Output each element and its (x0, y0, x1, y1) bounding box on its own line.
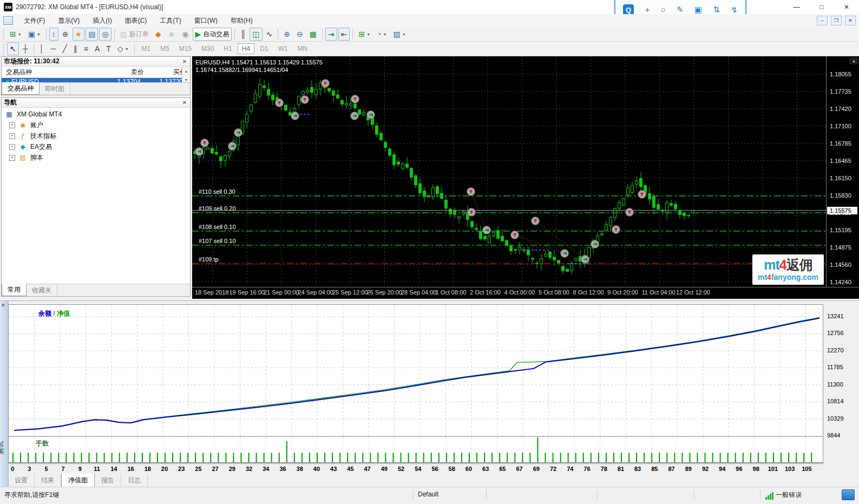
timeframe-mn[interactable]: MN (293, 43, 312, 54)
timeframe-h4[interactable]: H4 (238, 43, 254, 54)
tester-tab-报告[interactable]: 报告 (95, 474, 121, 487)
expand-icon[interactable]: + (9, 155, 15, 161)
cursor-button[interactable]: ↖ (7, 42, 19, 55)
terminal-toggle[interactable]: ▤ (86, 28, 98, 41)
zoom-in-button[interactable]: ⊕ (281, 28, 293, 41)
maximize-button[interactable]: □ (809, 0, 834, 14)
close-arrow-marker[interactable] (195, 148, 204, 156)
shapes-button[interactable]: ◇▼ (115, 42, 132, 55)
profiles-button[interactable]: ▣▼ (25, 28, 43, 41)
close-arrow-marker[interactable] (228, 142, 237, 150)
indicators-button[interactable]: ⊞▼ (356, 28, 373, 41)
status-profile[interactable]: Default (418, 490, 438, 498)
menu-h[interactable]: 帮助(H) (224, 15, 259, 26)
chevron-down-icon[interactable]: ▼ (37, 32, 41, 36)
new-chart-button[interactable]: ⊞▼ (7, 28, 24, 41)
timeframe-m30[interactable]: M30 (197, 43, 218, 54)
mdi-restore-button[interactable]: ❐ (831, 16, 842, 25)
timeframe-w1[interactable]: W1 (274, 43, 292, 54)
fibonacci-button[interactable]: ≡ (81, 42, 91, 55)
vline-button[interactable]: │ (37, 42, 47, 55)
timeframe-m1[interactable]: M1 (137, 43, 155, 54)
column-ask[interactable]: 买价 (144, 68, 186, 77)
bar-chart-button[interactable]: ║ (238, 28, 248, 41)
sell-arrow-marker[interactable] (638, 191, 646, 199)
navigator-item-EA交易[interactable]: +◆EA交易 (2, 141, 190, 152)
sell-arrow-marker[interactable] (626, 208, 634, 217)
menu-w[interactable]: 窗口(W) (188, 15, 224, 26)
menu-i[interactable]: 插入(I) (86, 15, 118, 26)
sell-arrow-marker[interactable] (467, 188, 475, 196)
chevron-down-icon[interactable]: ▼ (366, 32, 370, 36)
tester-tab-设置[interactable]: 设置 (8, 474, 35, 487)
text-button[interactable]: A (92, 42, 102, 55)
tester-tab-净值图[interactable]: 净值图 (61, 474, 95, 487)
navigator-tab[interactable]: 常用 (2, 284, 27, 296)
expand-icon[interactable]: + (9, 144, 15, 150)
sell-arrow-marker[interactable] (468, 208, 476, 217)
scroll-up-icon[interactable]: ▲ (182, 67, 190, 75)
chart-shift-toggle[interactable]: ⇤ (338, 28, 350, 41)
minimize-button[interactable]: — (784, 0, 809, 14)
market-watch-tab[interactable]: 即时图 (40, 83, 70, 95)
timeframe-m5[interactable]: M5 (156, 43, 174, 54)
chart-window[interactable]: #110 sell 0.30#109 sell 0.20#108 sell 0.… (192, 56, 859, 299)
expand-icon[interactable]: + (9, 133, 15, 139)
line-chart-button[interactable]: ∿ (264, 28, 276, 41)
close-arrow-marker[interactable] (367, 111, 375, 119)
frame-tool-icon[interactable]: + (645, 4, 650, 15)
trendline-button[interactable]: ╱ (60, 42, 69, 55)
metaeditor-button[interactable]: ◆ (153, 28, 164, 41)
autoscroll-toggle[interactable]: ⇥ (325, 28, 337, 41)
menu-t[interactable]: 工具(T) (153, 15, 187, 26)
menu-f[interactable]: 文件(F) (17, 15, 51, 26)
zoom-out-button[interactable]: ⊖ (294, 28, 306, 41)
column-bid[interactable]: 卖价 (93, 68, 144, 77)
menu-c[interactable]: 图表(C) (119, 15, 154, 26)
close-arrow-marker[interactable] (591, 240, 599, 248)
close-arrow-marker[interactable] (581, 256, 589, 264)
menu-v[interactable]: 显示(V) (51, 15, 86, 26)
close-button[interactable]: ✕ (834, 0, 859, 14)
close-icon[interactable]: ✕ (181, 58, 188, 64)
sell-arrow-marker[interactable] (301, 96, 309, 104)
navigator-item-脚本[interactable]: +▤脚本 (2, 152, 190, 163)
timeframe-h1[interactable]: H1 (220, 43, 237, 54)
navigator-item-账户[interactable]: +◉账户 (2, 120, 190, 130)
sell-arrow-marker[interactable] (612, 226, 620, 234)
sell-arrow-marker[interactable] (201, 139, 209, 147)
timeframe-m15[interactable]: M15 (175, 43, 196, 54)
close-arrow-marker[interactable] (234, 129, 242, 137)
hline-button[interactable]: ─ (48, 42, 58, 55)
label-button[interactable]: T (103, 42, 114, 55)
strategy-tester-toggle[interactable]: ◎ (99, 28, 111, 41)
equity-chart-area[interactable]: 余额 / 净值 (8, 304, 823, 437)
scroll-up-icon[interactable]: ▲ (849, 57, 858, 64)
close-arrow-marker[interactable] (483, 226, 491, 234)
tile-windows-button[interactable]: ▦ (307, 28, 319, 41)
navigator-tab[interactable]: 收藏夹 (27, 284, 57, 296)
candlestick-button[interactable]: ◫ (250, 28, 262, 41)
market-watch-toggle[interactable]: ↕ (49, 28, 58, 41)
navigator-item-技术指标[interactable]: +ƒ技术指标 (2, 130, 190, 141)
mdi-minimize-button[interactable]: – (817, 16, 828, 25)
templates-button[interactable]: ▨▼ (390, 28, 408, 41)
sell-arrow-marker[interactable] (322, 80, 330, 88)
close-icon[interactable]: ✕ (1, 303, 5, 308)
pen-tool-icon[interactable]: ✎ (677, 4, 684, 15)
price-chart-canvas[interactable]: #110 sell 0.30#109 sell 0.20#108 sell 0.… (192, 56, 826, 287)
close-arrow-marker[interactable] (291, 112, 299, 120)
tester-tab-结果[interactable]: 结果 (35, 474, 61, 487)
chevron-down-icon[interactable]: ▼ (18, 32, 22, 36)
lots-histogram-area[interactable]: 手数 (8, 437, 823, 464)
updown-arrows-icon[interactable]: ⇅ (713, 4, 720, 15)
close-icon[interactable]: ✕ (181, 100, 188, 106)
chevron-down-icon[interactable]: ▼ (125, 47, 129, 51)
chevron-down-icon[interactable]: ▼ (383, 32, 387, 36)
data-window-button[interactable]: ⊕ (60, 28, 71, 41)
sell-arrow-marker[interactable] (351, 95, 359, 103)
channel-button[interactable]: ∥ (71, 42, 80, 55)
column-symbol[interactable]: 交易品种 (2, 68, 93, 77)
note-tool-icon[interactable]: ▣ (694, 4, 702, 15)
wrench-tool-icon[interactable]: ↯ (731, 4, 738, 15)
